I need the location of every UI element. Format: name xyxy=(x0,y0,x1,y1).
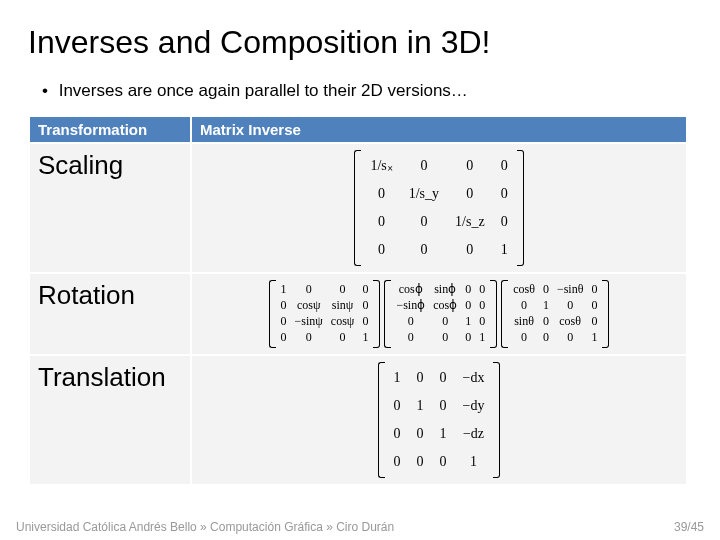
row-rotation-matrix: 10000cosψsinψ00−sinψcosψ00001 cosϕsinϕ00… xyxy=(192,274,686,353)
scaling-matrix: 1/sₓ00001/s_y00001/s_z00001 xyxy=(354,150,523,266)
rotation-matrix-x: 10000cosψsinψ00−sinψcosψ00001 xyxy=(269,280,381,347)
slide-title: Inverses and Composition in 3D! xyxy=(28,24,692,61)
translation-matrix: 100−dx010−dy001−dz0001 xyxy=(378,362,501,478)
inverse-table: Transformation Matrix Inverse Scaling 1/… xyxy=(28,115,688,486)
rotation-matrix-z: cosϕsinϕ00−sinϕcosϕ0000100001 xyxy=(384,280,497,347)
slide: Inverses and Composition in 3D! Inverses… xyxy=(0,0,720,486)
row-scaling-matrix: 1/sₓ00001/s_y00001/s_z00001 xyxy=(192,144,686,272)
row-translation-matrix: 100−dx010−dy001−dz0001 xyxy=(192,356,686,484)
col-header-transformation: Transformation xyxy=(30,117,190,142)
row-scaling-label: Scaling xyxy=(30,144,190,272)
footer: Universidad Católica Andrés Bello » Comp… xyxy=(0,520,720,534)
breadcrumb: Universidad Católica Andrés Bello » Comp… xyxy=(16,520,394,534)
row-rotation-label: Rotation xyxy=(30,274,190,353)
page-number: 39/45 xyxy=(674,520,704,534)
row-translation-label: Translation xyxy=(30,356,190,484)
rotation-matrix-y: cosθ0−sinθ00100sinθ0cosθ00001 xyxy=(501,280,609,347)
col-header-inverse: Matrix Inverse xyxy=(192,117,686,142)
bullet-text: Inverses are once again parallel to thei… xyxy=(42,81,692,101)
